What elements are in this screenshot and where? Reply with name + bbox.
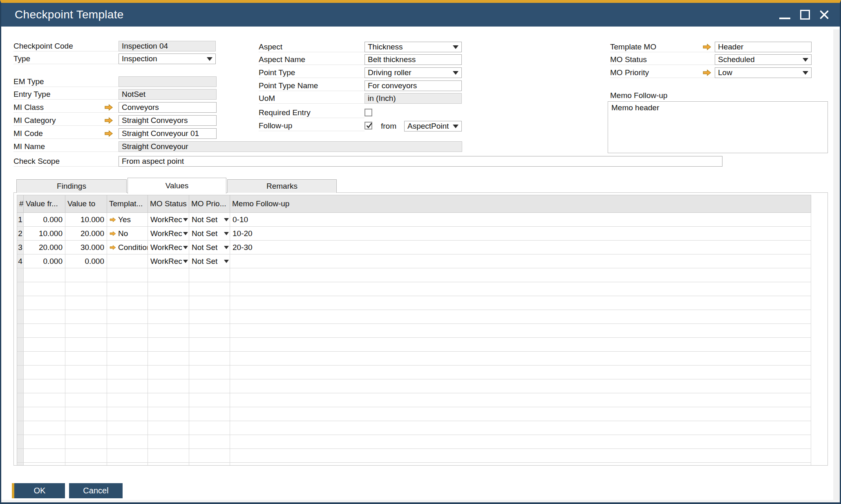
value-from-cell[interactable]: 0.000 [24, 254, 65, 268]
template-followup-cell[interactable] [107, 449, 148, 463]
template-followup-cell[interactable] [107, 352, 148, 366]
value-to-cell[interactable]: 10.000 [65, 213, 107, 227]
col-header-value-to[interactable]: Value to [65, 195, 107, 213]
template-followup-cell[interactable] [107, 463, 148, 465]
value-to-cell[interactable] [65, 352, 107, 366]
template-followup-cell[interactable] [107, 310, 148, 324]
col-header-row-number[interactable]: # [17, 195, 24, 213]
tab-remarks[interactable]: Remarks [227, 179, 337, 193]
row-number-cell[interactable] [17, 435, 24, 449]
row-number-cell[interactable] [17, 449, 24, 463]
mi-class-field[interactable]: Conveyors [119, 102, 217, 113]
value-to-cell[interactable]: 0.000 [65, 254, 107, 268]
mo-status-cell[interactable] [148, 296, 189, 310]
mo-priority-cell[interactable] [189, 379, 230, 393]
memo-follow-up-cell[interactable]: 10-20 [230, 227, 811, 241]
value-to-cell[interactable]: 30.000 [65, 241, 107, 254]
memo-follow-up-cell[interactable] [230, 268, 811, 282]
mi-category-link-arrow-icon[interactable] [104, 117, 113, 124]
mo-status-cell[interactable] [148, 435, 189, 449]
mo-priority-cell[interactable] [189, 435, 230, 449]
mo-status-cell[interactable]: WorkRec [148, 241, 189, 254]
template-followup-cell[interactable]: Yes [107, 213, 148, 227]
value-from-cell[interactable] [24, 324, 65, 338]
template-followup-cell[interactable] [107, 393, 148, 407]
template-followup-cell[interactable] [107, 379, 148, 393]
check-scope-field[interactable]: From aspect point [119, 156, 722, 167]
row-number-cell[interactable] [17, 296, 24, 310]
mo-priority-link-arrow-icon[interactable] [702, 69, 711, 76]
value-from-cell[interactable] [24, 435, 65, 449]
memo-follow-up-cell[interactable] [230, 254, 811, 268]
template-followup-cell[interactable]: No [107, 227, 148, 241]
memo-follow-up-cell[interactable] [230, 338, 811, 352]
memo-follow-up-cell[interactable] [230, 407, 811, 421]
template-followup-cell[interactable] [107, 421, 148, 435]
value-to-cell[interactable] [65, 338, 107, 352]
row-number-cell[interactable] [17, 407, 24, 421]
point-type-dropdown[interactable]: Driving roller [365, 67, 462, 78]
row-number-cell[interactable] [17, 393, 24, 407]
value-to-cell[interactable]: 20.000 [65, 227, 107, 241]
mo-priority-cell[interactable] [189, 352, 230, 366]
memo-follow-up-cell[interactable] [230, 366, 811, 379]
mo-status-cell[interactable] [148, 352, 189, 366]
mo-status-cell[interactable] [148, 449, 189, 463]
mo-priority-cell[interactable] [189, 282, 230, 296]
template-followup-cell[interactable] [107, 407, 148, 421]
col-header-template[interactable]: Templat... [107, 195, 148, 213]
follow-up-checkbox[interactable] [365, 122, 372, 129]
template-followup-cell[interactable] [107, 282, 148, 296]
template-mo-field[interactable]: Header [715, 42, 812, 52]
mo-priority-cell[interactable] [189, 449, 230, 463]
memo-follow-up-cell[interactable] [230, 449, 811, 463]
aspect-dropdown[interactable]: Thickness [365, 42, 462, 52]
maximize-button[interactable] [797, 3, 813, 27]
memo-follow-up-cell[interactable]: 0-10 [230, 213, 811, 227]
col-header-mo-status[interactable]: MO Status [148, 195, 189, 213]
memo-follow-up-textarea[interactable]: Memo header [608, 101, 828, 153]
value-to-cell[interactable] [65, 268, 107, 282]
row-number-cell[interactable] [17, 310, 24, 324]
memo-follow-up-cell[interactable] [230, 435, 811, 449]
mi-code-link-arrow-icon[interactable] [104, 130, 113, 137]
value-from-cell[interactable] [24, 449, 65, 463]
mi-code-field[interactable]: Straight Conveyour 01 [119, 128, 217, 139]
minimize-button[interactable] [776, 3, 793, 27]
value-from-cell[interactable] [24, 407, 65, 421]
close-button[interactable] [816, 3, 832, 27]
value-to-cell[interactable] [65, 282, 107, 296]
memo-follow-up-cell[interactable] [230, 379, 811, 393]
mo-priority-cell[interactable]: Not Set [189, 254, 230, 268]
ok-button[interactable]: OK [12, 483, 65, 498]
row-number-cell[interactable] [17, 366, 24, 379]
row-number-cell[interactable] [17, 282, 24, 296]
row-number-cell[interactable] [17, 463, 24, 465]
point-type-name-field[interactable]: For conveyors [365, 80, 462, 91]
memo-follow-up-cell[interactable] [230, 310, 811, 324]
mo-status-cell[interactable] [148, 310, 189, 324]
col-header-value-from[interactable]: Value fr... [24, 195, 65, 213]
mi-category-field[interactable]: Straight Conveyors [119, 115, 217, 126]
template-followup-cell[interactable]: Conditional [107, 241, 148, 254]
follow-up-from-dropdown[interactable]: AspectPoint [404, 121, 462, 132]
mo-priority-cell[interactable] [189, 296, 230, 310]
value-to-cell[interactable] [65, 421, 107, 435]
tab-values[interactable]: Values [127, 178, 226, 194]
aspect-name-field[interactable]: Belt thickness [365, 54, 462, 65]
memo-follow-up-cell[interactable] [230, 324, 811, 338]
cancel-button[interactable]: Cancel [69, 483, 123, 498]
mo-priority-cell[interactable] [189, 268, 230, 282]
value-from-cell[interactable]: 20.000 [24, 241, 65, 254]
template-followup-cell[interactable] [107, 268, 148, 282]
memo-follow-up-cell[interactable] [230, 421, 811, 435]
tab-findings[interactable]: Findings [16, 179, 127, 193]
mo-priority-cell[interactable] [189, 310, 230, 324]
mo-priority-cell[interactable] [189, 324, 230, 338]
row-number-cell[interactable] [17, 268, 24, 282]
row-number-cell[interactable]: 4 [17, 254, 24, 268]
mo-priority-cell[interactable] [189, 421, 230, 435]
value-to-cell[interactable] [65, 296, 107, 310]
template-followup-cell[interactable] [107, 296, 148, 310]
mo-priority-cell[interactable] [189, 366, 230, 379]
